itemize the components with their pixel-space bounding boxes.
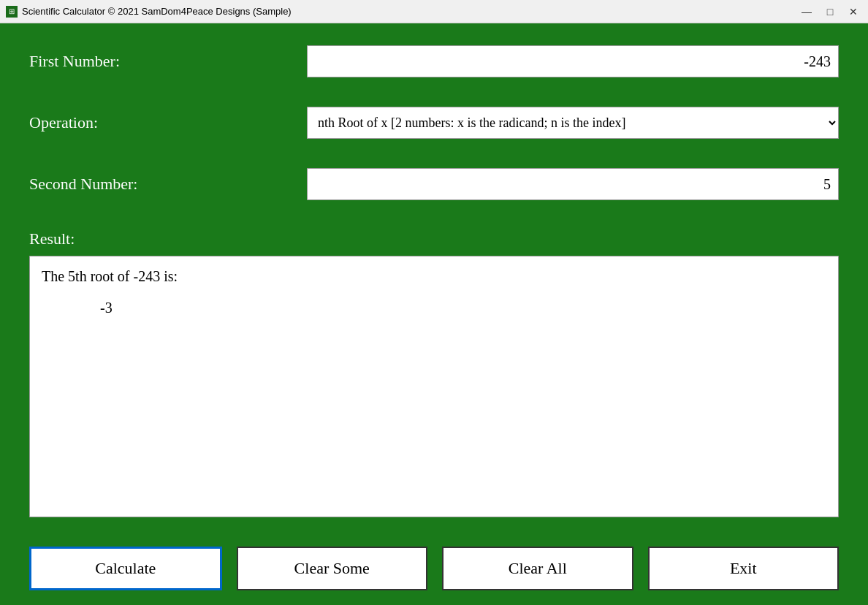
result-value: -3 [100,300,826,316]
app-icon: ⊞ [6,6,18,18]
first-number-label: First Number: [29,52,307,71]
second-number-label: Second Number: [29,175,307,194]
first-number-row: First Number: [29,45,839,77]
result-label: Result: [29,229,839,248]
title-bar: ⊞ Scientific Calculator © 2021 SamDom4Pe… [0,0,868,23]
operation-select[interactable]: nth Root of x [2 numbers: x is the radic… [307,107,839,139]
minimize-button[interactable]: — [798,5,815,18]
result-section: Result: The 5th root of -243 is: -3 [29,229,839,517]
second-number-input[interactable] [307,168,839,200]
app-title: Scientific Calculator © 2021 SamDom4Peac… [22,6,292,17]
title-bar-controls: — □ ✕ [798,5,862,18]
first-number-input[interactable] [307,45,839,77]
second-number-row: Second Number: [29,168,839,200]
calculate-button[interactable]: Calculate [29,547,222,590]
maximize-button[interactable]: □ [821,5,839,18]
operation-row: Operation: nth Root of x [2 numbers: x i… [29,107,839,139]
result-box: The 5th root of -243 is: -3 [29,256,839,517]
clear-all-button[interactable]: Clear All [442,547,633,590]
clear-some-button[interactable]: Clear Some [237,547,428,590]
main-content: First Number: Operation: nth Root of x [… [0,23,868,532]
operation-label: Operation: [29,113,307,132]
button-row: Calculate Clear Some Clear All Exit [0,532,868,605]
title-bar-left: ⊞ Scientific Calculator © 2021 SamDom4Pe… [6,6,292,18]
result-title: The 5th root of -243 is: [42,268,826,285]
close-button[interactable]: ✕ [845,5,862,18]
exit-button[interactable]: Exit [648,547,840,590]
